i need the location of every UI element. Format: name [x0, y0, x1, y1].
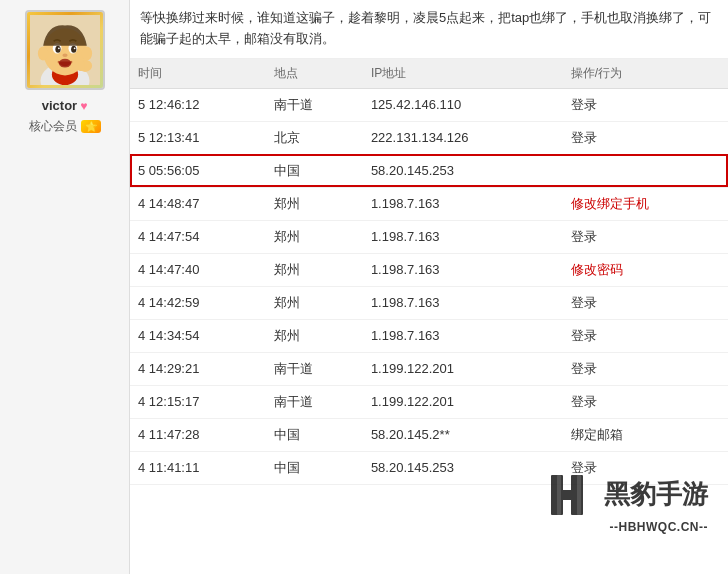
cell-action: [563, 154, 728, 187]
cell-ip: 58.20.145.253: [363, 451, 563, 484]
cell-action: 登录: [563, 352, 728, 385]
svg-point-13: [62, 54, 67, 58]
table-row: 4 11:47:28中国58.20.145.2**绑定邮箱: [130, 418, 728, 451]
col-place: 地点: [266, 59, 363, 89]
table-row: 5 12:13:41北京222.131.134.126登录: [130, 121, 728, 154]
cell-place: 中国: [266, 154, 363, 187]
table-row: 4 14:29:21南干道1.199.122.201登录: [130, 352, 728, 385]
member-row: 核心会员 ⭐: [29, 118, 101, 135]
content-area: 等快换绑过来时候，谁知道这骗子，趁着黎明，凌晨5点起来，把tap也绑了，手机也取…: [130, 0, 728, 574]
cell-place: 中国: [266, 418, 363, 451]
table-row: 4 14:48:47郑州1.198.7.163修改绑定手机: [130, 187, 728, 220]
col-ip: IP地址: [363, 59, 563, 89]
cell-time: 4 11:41:11: [130, 451, 266, 484]
cell-time: 4 14:34:54: [130, 319, 266, 352]
cell-time: 4 12:15:17: [130, 385, 266, 418]
table-row: 4 14:42:59郑州1.198.7.163登录: [130, 286, 728, 319]
cell-time: 4 14:48:47: [130, 187, 266, 220]
cell-action: 登录: [563, 121, 728, 154]
cell-action: 修改密码: [563, 253, 728, 286]
cell-action: 登录: [563, 451, 728, 484]
cell-action: 登录: [563, 220, 728, 253]
cell-ip: 1.198.7.163: [363, 286, 563, 319]
top-description: 等快换绑过来时候，谁知道这骗子，趁着黎明，凌晨5点起来，把tap也绑了，手机也取…: [130, 0, 728, 59]
cell-action: 修改绑定手机: [563, 187, 728, 220]
sidebar: victor ♥ 核心会员 ⭐: [0, 0, 130, 574]
cell-place: 郑州: [266, 187, 363, 220]
table-row: 4 14:34:54郑州1.198.7.163登录: [130, 319, 728, 352]
cell-time: 4 11:47:28: [130, 418, 266, 451]
cell-ip: 58.20.145.2**: [363, 418, 563, 451]
table-row: 4 11:41:11中国58.20.145.253登录: [130, 451, 728, 484]
cell-ip: 1.199.122.201: [363, 352, 563, 385]
svg-point-14: [58, 59, 70, 68]
table-wrapper[interactable]: 时间 地点 IP地址 操作/行为 5 12:46:12南干道125.42.146…: [130, 59, 728, 574]
cell-place: 南干道: [266, 352, 363, 385]
table-row: 4 12:15:17南干道1.199.122.201登录: [130, 385, 728, 418]
cell-place: 郑州: [266, 253, 363, 286]
cell-action: 绑定邮箱: [563, 418, 728, 451]
avatar-container: [25, 10, 105, 90]
table-row: 5 12:46:12南干道125.42.146.110登录: [130, 88, 728, 121]
table-row: 4 14:47:54郑州1.198.7.163登录: [130, 220, 728, 253]
cell-action: 登录: [563, 88, 728, 121]
cell-place: 郑州: [266, 286, 363, 319]
svg-rect-16: [78, 61, 84, 72]
heart-icon: ♥: [80, 99, 87, 113]
cell-place: 郑州: [266, 319, 363, 352]
table-header-row: 时间 地点 IP地址 操作/行为: [130, 59, 728, 89]
cell-action: 登录: [563, 385, 728, 418]
login-history-table: 时间 地点 IP地址 操作/行为 5 12:46:12南干道125.42.146…: [130, 59, 728, 485]
table-row: 5 05:56:05中国58.20.145.253: [130, 154, 728, 187]
cell-time: 5 12:13:41: [130, 121, 266, 154]
cell-place: 南干道: [266, 88, 363, 121]
star-badge: ⭐: [81, 120, 101, 133]
cell-place: 中国: [266, 451, 363, 484]
svg-point-5: [37, 47, 48, 61]
cell-place: 郑州: [266, 220, 363, 253]
username-row: victor ♥: [42, 98, 88, 113]
cell-action: 登录: [563, 286, 728, 319]
cell-ip: 1.198.7.163: [363, 187, 563, 220]
svg-point-9: [55, 46, 60, 53]
cell-time: 4 14:47:40: [130, 253, 266, 286]
cell-place: 南干道: [266, 385, 363, 418]
cell-ip: 125.42.146.110: [363, 88, 563, 121]
svg-point-12: [73, 47, 75, 49]
cell-time: 4 14:42:59: [130, 286, 266, 319]
avatar: [27, 12, 103, 88]
col-action: 操作/行为: [563, 59, 728, 89]
cell-time: 4 14:29:21: [130, 352, 266, 385]
cell-time: 5 05:56:05: [130, 154, 266, 187]
member-label: 核心会员: [29, 118, 77, 135]
cell-ip: 1.198.7.163: [363, 220, 563, 253]
cell-ip: 1.198.7.163: [363, 253, 563, 286]
svg-point-6: [81, 47, 92, 61]
svg-point-11: [58, 47, 60, 49]
svg-point-10: [71, 46, 76, 53]
cell-ip: 222.131.134.126: [363, 121, 563, 154]
main-container: victor ♥ 核心会员 ⭐ 等快换绑过来时候，谁知道这骗子，趁着黎明，凌晨5…: [0, 0, 728, 574]
cell-place: 北京: [266, 121, 363, 154]
cell-ip: 58.20.145.253: [363, 154, 563, 187]
cell-action: 登录: [563, 319, 728, 352]
col-time: 时间: [130, 59, 266, 89]
cell-ip: 1.199.122.201: [363, 385, 563, 418]
username-label: victor: [42, 98, 77, 113]
cell-time: 5 12:46:12: [130, 88, 266, 121]
cell-ip: 1.198.7.163: [363, 319, 563, 352]
cell-time: 4 14:47:54: [130, 220, 266, 253]
table-row: 4 14:47:40郑州1.198.7.163修改密码: [130, 253, 728, 286]
